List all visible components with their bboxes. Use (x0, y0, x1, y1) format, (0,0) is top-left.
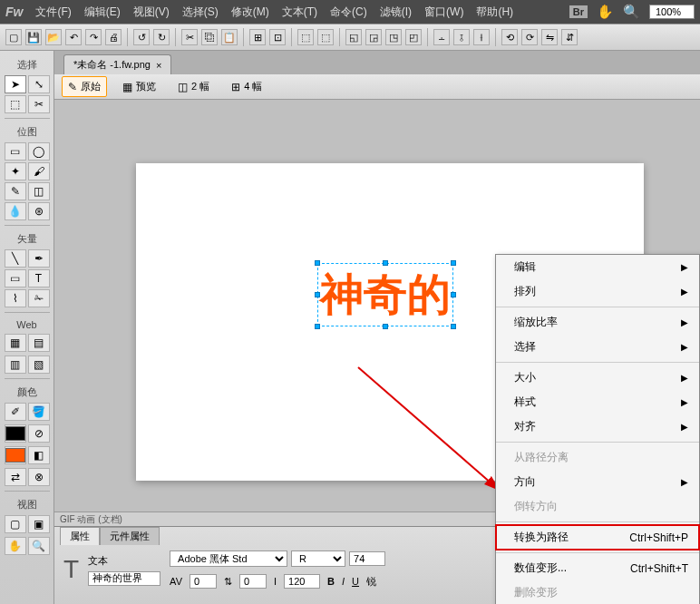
screen-mode-tool[interactable]: ▢ (5, 515, 26, 533)
fill-color[interactable] (5, 446, 26, 464)
export-icon[interactable]: ↷ (85, 29, 102, 45)
view-preview[interactable]: ▦预览 (116, 76, 162, 97)
menu-edit[interactable]: 编辑(E) (79, 3, 126, 22)
cm-arrange[interactable]: 排列▶ (496, 279, 699, 304)
tab-symbol-properties[interactable]: 元件属性 (100, 527, 160, 545)
cm-scale[interactable]: 缩放比率▶ (496, 310, 699, 335)
default-colors[interactable]: ◧ (28, 446, 50, 464)
show-slice-tool[interactable]: ▧ (28, 356, 50, 374)
menu-help[interactable]: 帮助(H) (471, 3, 519, 22)
knife-tool[interactable]: ✁ (28, 289, 50, 307)
cm-size[interactable]: 大小▶ (496, 365, 699, 390)
copy-icon[interactable]: ⿻ (201, 29, 218, 45)
open-icon[interactable]: 📂 (45, 29, 62, 45)
handle-tl[interactable] (315, 260, 320, 266)
menu-command[interactable]: 命令(C) (325, 3, 373, 22)
cut-icon[interactable]: ✂ (181, 29, 198, 45)
cm-convert-path[interactable]: 转换为路径Ctrl+Shift+P (496, 525, 699, 550)
hand-tool[interactable]: ✋ (5, 537, 26, 555)
screen-mode2-tool[interactable]: ▣ (28, 515, 50, 533)
view-2up[interactable]: ◫2 幅 (171, 76, 216, 97)
lasso-tool[interactable]: ◯ (28, 142, 50, 161)
text-tool[interactable]: T (28, 269, 50, 287)
handle-ml[interactable] (315, 292, 320, 297)
handle-bl[interactable] (315, 324, 320, 329)
view-4up[interactable]: ⊞4 幅 (225, 76, 268, 97)
font-style-select[interactable]: R (291, 550, 345, 567)
tracking-input[interactable] (190, 574, 217, 589)
menu-modify[interactable]: 修改(M) (226, 3, 275, 22)
save-icon[interactable]: 💾 (25, 29, 42, 45)
stamp-tool[interactable]: ⊛ (28, 202, 50, 220)
pen-tool[interactable]: ✒ (28, 249, 50, 268)
redo-icon[interactable]: ↻ (153, 29, 170, 45)
swap-colors[interactable]: ⇄ (5, 468, 26, 486)
handle-tr[interactable] (451, 260, 456, 266)
flip-v-icon[interactable]: ⇵ (561, 29, 578, 45)
tab-close-icon[interactable]: × (156, 60, 161, 71)
handle-mr[interactable] (451, 292, 456, 297)
cm-style[interactable]: 样式▶ (496, 390, 699, 414)
magnify-icon[interactable]: 🔍 (623, 4, 640, 20)
slice-tool[interactable]: ▤ (28, 334, 50, 352)
hide-slice-tool[interactable]: ▥ (5, 356, 26, 374)
scale-tool[interactable]: ⬚ (5, 95, 26, 113)
brush-tool[interactable]: 🖌 (28, 162, 50, 180)
group-icon[interactable]: ⬚ (297, 29, 314, 45)
marquee-tool[interactable]: ▭ (5, 142, 26, 161)
stroke-color[interactable] (5, 424, 26, 443)
pencil-tool[interactable]: ✎ (5, 182, 26, 200)
rotate-right-icon[interactable]: ⟳ (521, 29, 538, 45)
hotspot-tool[interactable]: ▦ (5, 334, 26, 352)
new-icon[interactable]: ▢ (5, 29, 22, 45)
menu-window[interactable]: 窗口(W) (419, 3, 469, 22)
leading-input[interactable] (239, 574, 267, 589)
selected-text-object[interactable]: 神奇的 (317, 263, 453, 326)
zoom-level[interactable]: 100% (649, 5, 695, 19)
font-family-select[interactable]: Adobe 黑体 Std (170, 550, 287, 567)
menu-file[interactable]: 文件(F) (30, 3, 76, 22)
line-tool[interactable]: ╲ (5, 249, 26, 268)
pointer-tool[interactable]: ➤ (5, 75, 26, 93)
align-center-icon[interactable]: ⫱ (453, 29, 470, 45)
blur-tool[interactable]: 💧 (5, 202, 26, 220)
height-input[interactable] (284, 574, 320, 589)
zoom-tool[interactable]: 🔍 (28, 537, 50, 555)
cm-direction[interactable]: 方向▶ (496, 470, 699, 494)
subselect-tool[interactable]: ⤡ (28, 75, 50, 93)
tab-properties[interactable]: 属性 (60, 527, 100, 545)
wand-tool[interactable]: ✦ (5, 162, 26, 180)
forward-icon[interactable]: ◲ (365, 29, 382, 45)
view-original[interactable]: ✎原始 (62, 76, 107, 97)
grid-icon[interactable]: ⊞ (249, 29, 266, 45)
cm-align[interactable]: 对齐▶ (496, 414, 699, 439)
crop-tool[interactable]: ✂ (28, 95, 50, 113)
undo-icon[interactable]: ↺ (133, 29, 150, 45)
no-stroke[interactable]: ⊘ (28, 424, 50, 443)
font-size-input[interactable] (349, 551, 385, 566)
snap-icon[interactable]: ⊡ (269, 29, 286, 45)
handle-tm[interactable] (383, 260, 388, 266)
no-fill[interactable]: ⊗ (28, 468, 50, 486)
ungroup-icon[interactable]: ⬚ (317, 29, 334, 45)
menu-view[interactable]: 视图(V) (128, 3, 175, 22)
handle-bm[interactable] (383, 324, 388, 329)
rect-tool[interactable]: ▭ (5, 269, 26, 287)
menu-select[interactable]: 选择(S) (177, 3, 224, 22)
document-tab[interactable]: *未命名 -1.fw.png × (63, 54, 171, 74)
bold-button[interactable]: B (327, 576, 335, 587)
align-right-icon[interactable]: ⫲ (473, 29, 490, 45)
hand-icon[interactable]: ✋ (597, 4, 614, 20)
cm-edit[interactable]: 编辑▶ (496, 255, 699, 279)
front-icon[interactable]: ◱ (345, 29, 362, 45)
italic-button[interactable]: I (342, 576, 345, 587)
freeform-tool[interactable]: ⌇ (5, 289, 26, 307)
menu-text[interactable]: 文本(T) (277, 3, 323, 22)
print-icon[interactable]: 🖨 (105, 29, 122, 45)
flip-h-icon[interactable]: ⇋ (541, 29, 558, 45)
import-icon[interactable]: ↶ (65, 29, 82, 45)
eraser-tool[interactable]: ◫ (28, 182, 50, 200)
handle-br[interactable] (451, 324, 456, 329)
rotate-left-icon[interactable]: ⟲ (501, 29, 518, 45)
bridge-icon[interactable]: Br (569, 5, 588, 18)
